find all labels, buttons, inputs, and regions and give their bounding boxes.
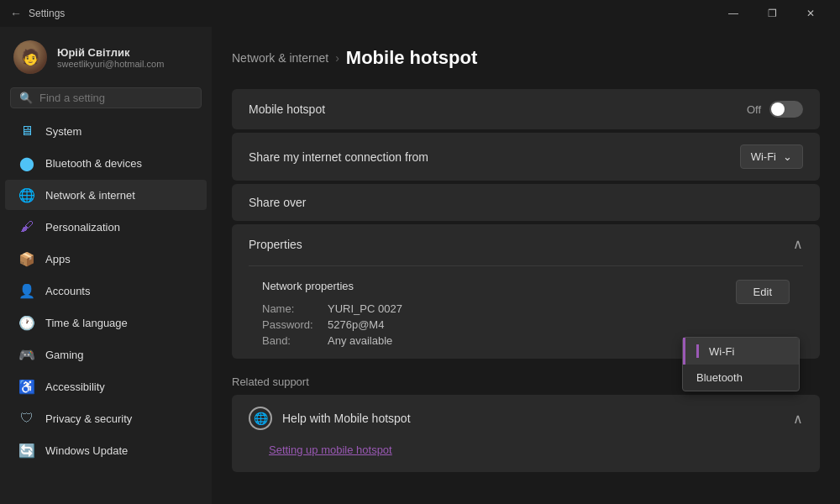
close-button[interactable]: ✕	[791, 0, 830, 27]
sidebar-item-label-apps: Apps	[45, 253, 71, 265]
share-from-label: Share my internet connection from	[249, 150, 428, 164]
sidebar-item-personalization[interactable]: 🖌 Personalization	[5, 212, 207, 242]
bluetooth-icon: ⬤	[18, 155, 35, 171]
help-icon: 🌐	[249, 407, 272, 430]
properties-header: Properties ∧	[249, 236, 803, 252]
network-icon: 🌐	[18, 186, 35, 203]
sidebar-item-label-bluetooth: Bluetooth & devices	[45, 157, 142, 170]
prop-password-label: Password:	[262, 318, 321, 331]
page-title: Mobile hotspot	[346, 47, 477, 69]
share-from-value: Wi-Fi	[751, 150, 776, 163]
toggle-container: Off	[747, 101, 803, 118]
title-bar-title: Settings	[29, 8, 65, 19]
help-row-header: 🌐 Help with Mobile hotspot ∧	[249, 407, 803, 430]
sidebar-item-label-personalization: Personalization	[45, 221, 120, 234]
sidebar-item-time[interactable]: 🕐 Time & language	[5, 307, 207, 338]
sidebar-item-network[interactable]: 🌐 Network & internet	[5, 180, 207, 210]
sidebar-item-system[interactable]: 🖥 System	[5, 116, 207, 146]
help-content: Setting up mobile hotspot	[249, 430, 803, 460]
network-props-title: Network properties	[262, 280, 402, 292]
time-icon: 🕐	[18, 314, 35, 331]
sidebar-item-label-update: Windows Update	[45, 444, 128, 457]
prop-name-label: Name:	[262, 302, 321, 315]
sidebar-item-update[interactable]: 🔄 Windows Update	[5, 435, 207, 465]
sidebar-item-privacy[interactable]: 🛡 Privacy & security	[5, 403, 207, 433]
network-props-section: Network properties Name: YURI_PC 0027 Pa…	[262, 280, 402, 347]
search-input[interactable]	[39, 92, 192, 104]
share-over-dropdown-popup: Wi-Fi Bluetooth	[682, 337, 800, 391]
app-body: 🧑 Юрій Світлик sweetlikyuri@hotmail.com …	[0, 27, 840, 504]
search-box: 🔍	[10, 87, 202, 108]
prop-band-value: Any available	[328, 334, 392, 347]
search-container: 🔍	[0, 84, 212, 115]
dropdown-option-wifi[interactable]: Wi-Fi	[683, 338, 799, 365]
properties-collapse-button[interactable]: ∧	[793, 236, 803, 252]
prop-row-password: Password: 5276p@M4	[262, 318, 402, 331]
sidebar-item-label-privacy: Privacy & security	[45, 412, 132, 425]
system-icon: 🖥	[18, 123, 35, 139]
mobile-hotspot-row: Mobile hotspot Off	[232, 89, 820, 129]
toggle-state-label: Off	[747, 103, 761, 116]
breadcrumb-arrow: ›	[335, 51, 339, 65]
dropdown-arrow-icon: ⌄	[783, 150, 792, 163]
sidebar-item-accounts[interactable]: 👤 Accounts	[5, 276, 207, 306]
edit-button[interactable]: Edit	[736, 280, 790, 304]
toggle-knob	[771, 102, 785, 116]
title-bar-left: ← Settings	[10, 7, 65, 20]
properties-content: Network properties Name: YURI_PC 0027 Pa…	[249, 265, 803, 347]
personalization-icon: 🖌	[18, 218, 35, 235]
hotspot-setup-link[interactable]: Setting up mobile hotspot	[269, 444, 392, 456]
hotspot-label: Mobile hotspot	[249, 102, 325, 116]
network-properties: Name: YURI_PC 0027 Password: 5276p@M4 Ba…	[262, 302, 402, 347]
user-name: Юрій Світлик	[57, 46, 164, 59]
sidebar-item-label-accessibility: Accessibility	[45, 381, 105, 393]
sidebar-item-label-system: System	[45, 125, 81, 138]
back-icon[interactable]: ←	[10, 7, 22, 20]
sidebar-item-label-network: Network & internet	[45, 189, 135, 202]
accounts-icon: 👤	[18, 282, 35, 299]
prop-band-label: Band:	[262, 334, 321, 347]
prop-row-band: Band: Any available	[262, 334, 402, 347]
share-over-row: Share over Wi-Fi Bluetooth	[232, 184, 820, 221]
title-bar: ← Settings — ❐ ✕	[0, 0, 840, 27]
support-left: 🌐 Help with Mobile hotspot	[249, 407, 411, 430]
share-from-dropdown[interactable]: Wi-Fi ⌄	[740, 144, 803, 169]
apps-icon: 📦	[18, 250, 35, 267]
option-wifi-label: Wi-Fi	[709, 345, 734, 358]
option-bluetooth-label: Bluetooth	[696, 371, 743, 384]
properties-label: Properties	[249, 238, 302, 251]
title-bar-controls: — ❐ ✕	[714, 0, 830, 27]
help-label: Help with Mobile hotspot	[282, 412, 411, 425]
share-over-label: Share over	[249, 196, 306, 209]
sidebar-item-gaming[interactable]: 🎮 Gaming	[5, 339, 207, 370]
sidebar-item-label-accounts: Accounts	[45, 285, 90, 297]
breadcrumb-parent[interactable]: Network & internet	[232, 51, 328, 65]
sidebar-item-bluetooth[interactable]: ⬤ Bluetooth & devices	[5, 148, 207, 178]
prop-row-name: Name: YURI_PC 0027	[262, 302, 402, 315]
privacy-icon: 🛡	[18, 410, 35, 427]
hotspot-toggle[interactable]	[769, 101, 803, 118]
prop-password-value: 5276p@M4	[328, 318, 384, 331]
maximize-button[interactable]: ❐	[753, 0, 791, 27]
help-row: 🌐 Help with Mobile hotspot ∧ Setting up …	[232, 395, 820, 472]
user-section: 🧑 Юрій Світлик sweetlikyuri@hotmail.com	[0, 27, 212, 84]
minimize-button[interactable]: —	[714, 0, 753, 27]
sidebar: 🧑 Юрій Світлик sweetlikyuri@hotmail.com …	[0, 27, 212, 504]
search-icon: 🔍	[19, 92, 33, 104]
user-info: Юрій Світлик sweetlikyuri@hotmail.com	[57, 46, 164, 69]
avatar: 🧑	[13, 40, 47, 74]
user-email: sweetlikyuri@hotmail.com	[57, 59, 164, 69]
update-icon: 🔄	[18, 442, 35, 459]
content-area: Network & internet › Mobile hotspot Mobi…	[212, 27, 840, 504]
breadcrumb: Network & internet › Mobile hotspot	[232, 47, 820, 69]
sidebar-item-apps[interactable]: 📦 Apps	[5, 244, 207, 274]
share-from-row: Share my internet connection from Wi-Fi …	[232, 133, 820, 181]
help-collapse-button[interactable]: ∧	[793, 411, 803, 427]
sidebar-item-accessibility[interactable]: ♿ Accessibility	[5, 371, 207, 402]
dropdown-option-bluetooth[interactable]: Bluetooth	[683, 365, 799, 391]
accessibility-icon: ♿	[18, 378, 35, 395]
gaming-icon: 🎮	[18, 346, 35, 363]
sidebar-item-label-gaming: Gaming	[45, 349, 84, 361]
selected-indicator	[696, 344, 699, 358]
sidebar-item-label-time: Time & language	[45, 317, 128, 329]
